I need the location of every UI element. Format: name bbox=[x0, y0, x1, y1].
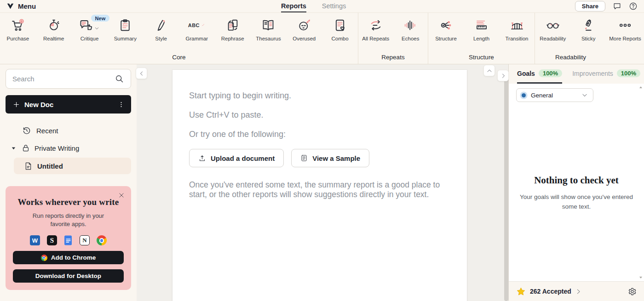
accepted-count: 262 Accepted bbox=[530, 288, 571, 295]
chevron-right-icon[interactable] bbox=[575, 289, 581, 295]
help-icon[interactable] bbox=[629, 2, 638, 11]
promo-app-icons: W S N bbox=[13, 235, 124, 245]
toolbar-summary[interactable]: Summary bbox=[107, 18, 143, 41]
tab-settings[interactable]: Settings bbox=[322, 0, 346, 12]
sound-bars-icon bbox=[403, 18, 417, 33]
toolbar-readability[interactable]: Readability bbox=[535, 18, 571, 41]
empty-state-description: Your goals will show once you've entered… bbox=[518, 193, 634, 212]
close-icon[interactable] bbox=[118, 192, 125, 199]
toolbar-all-repeats[interactable]: All Repeats bbox=[358, 18, 393, 41]
goals-panel-footer: 262 Accepted bbox=[509, 282, 644, 301]
toolbar-more-reports[interactable]: More Reports bbox=[606, 18, 644, 41]
toolbar-thesaurus[interactable]: Thesaurus bbox=[251, 18, 287, 41]
toolbar-combo[interactable]: Combo bbox=[322, 18, 358, 41]
document-icon bbox=[24, 162, 33, 170]
goal-type-select[interactable]: General bbox=[516, 88, 593, 102]
goals-panel-tabs: Goals 100% Improvements 100% bbox=[509, 64, 644, 84]
sidebar-item-private-writing[interactable]: Private Writing bbox=[6, 139, 131, 157]
ruler-icon bbox=[475, 18, 489, 33]
toolbar-echoes[interactable]: Echoes bbox=[393, 18, 428, 41]
toolbar-group-label-structure: Structure bbox=[428, 54, 535, 61]
toolbar-rephrase[interactable]: Rephrase bbox=[215, 18, 251, 41]
feedback-chat-icon[interactable] bbox=[613, 2, 621, 11]
search-input[interactable] bbox=[12, 75, 111, 83]
toolbar-overused[interactable]: Overused bbox=[286, 18, 322, 41]
download-desktop-button[interactable]: Download for Desktop bbox=[13, 269, 124, 283]
empty-state-title: Nothing to check yet bbox=[509, 175, 644, 186]
toolbar-group-more: More Reports bbox=[606, 13, 644, 64]
tab-goals[interactable]: Goals 100% bbox=[517, 64, 562, 84]
cart-plus-icon bbox=[11, 18, 25, 33]
upload-icon bbox=[198, 154, 206, 162]
reports-toolbar: Purchase Realtime New Critique bbox=[0, 13, 644, 64]
collapse-sidebar-button[interactable] bbox=[136, 68, 147, 79]
scrollbar-arrow-icon[interactable] bbox=[639, 86, 642, 88]
toolbar-purchase[interactable]: Purchase bbox=[0, 18, 36, 41]
goal-status-dot-icon bbox=[522, 93, 526, 97]
sample-doc-icon bbox=[300, 154, 308, 162]
menu-label: Menu bbox=[18, 2, 36, 10]
goals-empty-state: Nothing to check yet Your goals will sho… bbox=[509, 107, 644, 212]
chevron-up-icon bbox=[487, 68, 492, 74]
notion-icon: N bbox=[80, 235, 90, 245]
collapse-goals-panel-button[interactable] bbox=[497, 70, 509, 81]
scrollbar-arrow-icon[interactable] bbox=[639, 277, 642, 278]
document-canvas[interactable]: Start typing to begin writing. Use Ctrl+… bbox=[172, 70, 467, 301]
google-docs-icon bbox=[64, 235, 73, 245]
placeholder-line: Start typing to begin writing. bbox=[189, 91, 450, 101]
prowritingaid-logo-icon bbox=[6, 2, 14, 10]
clipboard-icon bbox=[118, 18, 132, 33]
toolbar-group-repeats: All Repeats Echoes Repeats bbox=[358, 13, 428, 64]
toolbar-structure[interactable]: Structure bbox=[428, 18, 464, 41]
goals-panel: Goals 100% Improvements 100% General Not… bbox=[508, 64, 644, 301]
stopwatch-icon bbox=[47, 18, 61, 33]
toolbar-critique[interactable]: New Critique bbox=[72, 18, 108, 41]
pen-icon bbox=[154, 18, 168, 33]
glasses-icon bbox=[546, 18, 560, 33]
search-box bbox=[6, 69, 131, 89]
repeat-arrows-icon bbox=[369, 18, 383, 33]
chevron-down-icon bbox=[581, 92, 588, 98]
swap-pages-icon bbox=[226, 18, 240, 33]
tab-reports[interactable]: Reports bbox=[281, 0, 306, 12]
settings-gear-icon[interactable] bbox=[628, 287, 637, 296]
chevron-right-icon bbox=[500, 73, 506, 79]
document-sidebar: New Doc Recent bbox=[0, 64, 137, 301]
content-row: New Doc Recent bbox=[0, 64, 644, 301]
toolbar-grammar[interactable]: ABC Rephrase Grammar bbox=[179, 18, 215, 41]
new-doc-options-icon[interactable] bbox=[116, 99, 126, 110]
collapse-toolbar-button[interactable] bbox=[483, 65, 495, 76]
add-to-chrome-button[interactable]: Add to Chrome bbox=[13, 251, 124, 264]
topbar-actions: Share bbox=[575, 1, 638, 11]
chrome-icon bbox=[97, 235, 107, 245]
search-icon[interactable] bbox=[115, 74, 124, 84]
sidebar-item-untitled[interactable]: Untitled bbox=[14, 158, 131, 174]
app-menu-button[interactable]: Menu bbox=[6, 2, 36, 10]
history-icon bbox=[22, 126, 31, 135]
editor-scrollbar[interactable] bbox=[504, 78, 508, 301]
editor-area: Start typing to begin writing. Use Ctrl+… bbox=[137, 64, 508, 301]
toolbar-realtime[interactable]: Realtime bbox=[36, 18, 72, 41]
toolbar-sticky[interactable]: Sticky bbox=[571, 18, 607, 41]
plus-icon bbox=[13, 101, 20, 108]
chrome-icon bbox=[41, 255, 47, 261]
toolbar-group-core: Purchase Realtime New Critique bbox=[0, 13, 358, 64]
chevron-left-icon bbox=[139, 71, 144, 76]
toolbar-length[interactable]: Length bbox=[464, 18, 499, 41]
view-sample-button[interactable]: View a Sample bbox=[291, 149, 369, 167]
share-button[interactable]: Share bbox=[575, 1, 605, 11]
toolbar-group-label-repeats: Repeats bbox=[358, 54, 428, 61]
caret-down-icon[interactable] bbox=[11, 146, 16, 151]
sidebar-item-recent[interactable]: Recent bbox=[6, 122, 131, 139]
toolbar-group-readability: Readability Sticky Readability bbox=[535, 13, 606, 64]
tab-improvements[interactable]: Improvements 100% bbox=[572, 64, 640, 84]
toolbar-transition[interactable]: Transition bbox=[499, 18, 535, 41]
toolbar-style[interactable]: Style bbox=[143, 18, 179, 41]
new-doc-button[interactable]: New Doc bbox=[6, 95, 131, 114]
upload-document-button[interactable]: Upload a document bbox=[189, 149, 284, 167]
more-dots-icon bbox=[618, 18, 632, 33]
abc-check-icon: ABC bbox=[188, 18, 206, 33]
new-badge: New bbox=[91, 15, 110, 22]
prowritingaid-app: Menu Reports Settings Share Purchase bbox=[0, 0, 644, 301]
open-book-icon bbox=[261, 18, 275, 33]
